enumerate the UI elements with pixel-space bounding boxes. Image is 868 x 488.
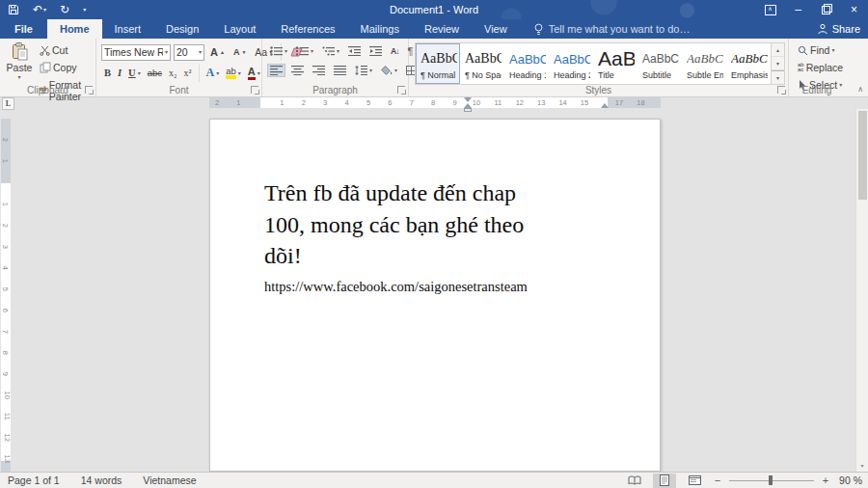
tab-insert[interactable]: Insert	[102, 19, 154, 39]
ruler-number: 10	[3, 392, 11, 399]
align-right-button[interactable]	[310, 64, 328, 77]
style-heading-2[interactable]: AaBbCcDHeading 2	[549, 43, 593, 84]
horizontal-ruler[interactable]: 211234567891011121314151718	[209, 97, 661, 108]
superscript-button[interactable]: x²	[181, 66, 195, 80]
multilevel-list-button[interactable]: ▾	[319, 44, 342, 58]
zoom-slider-thumb[interactable]	[769, 475, 773, 485]
tab-design[interactable]: Design	[153, 19, 211, 39]
justify-button[interactable]	[331, 64, 349, 77]
font-size-caret-icon: ▾	[199, 49, 202, 55]
minimize-button[interactable]: –	[784, 0, 812, 19]
undo-button[interactable]: ↶▾	[33, 4, 46, 15]
zoom-level[interactable]: 90 %	[837, 474, 862, 486]
style-normal[interactable]: AaBbCcDd¶ Normal	[416, 43, 460, 84]
style-title[interactable]: AaBTitle	[593, 43, 637, 84]
font-family-combo[interactable]: Times New Ro▾	[101, 44, 171, 61]
tab-selector[interactable]: L	[2, 97, 14, 110]
redo-button[interactable]: ↻	[60, 4, 69, 15]
style-subtitle[interactable]: AaBbCcDSubtitle	[637, 43, 682, 84]
shrink-font-button[interactable]: A▼	[231, 45, 249, 59]
share-button[interactable]: Share	[817, 19, 860, 39]
decrease-indent-button[interactable]	[345, 44, 364, 58]
tab-view[interactable]: View	[472, 19, 520, 39]
style-no-spacing[interactable]: AaBbCcDd¶ No Spac…	[460, 43, 504, 84]
italic-button[interactable]: I	[115, 66, 124, 80]
zoom-out-button[interactable]: −	[713, 474, 722, 486]
read-mode-icon	[628, 475, 641, 485]
tell-me-box[interactable]: Tell me what you want to do…	[533, 19, 691, 39]
style-preview: AaBbCcD	[687, 47, 723, 70]
grow-font-button[interactable]: A▲	[207, 44, 228, 60]
collapse-ribbon-button[interactable]: ∧	[857, 85, 863, 94]
ruler-number: 18	[637, 99, 644, 107]
tab-file[interactable]: File	[0, 19, 47, 39]
increase-indent-button[interactable]	[366, 44, 385, 58]
style-label: Subtle Em…	[687, 70, 723, 80]
styles-scroll-down-button[interactable]: ▾	[772, 57, 784, 70]
right-indent-marker[interactable]	[601, 103, 609, 108]
numbering-button[interactable]: ▾	[293, 44, 316, 58]
document-url-line: https://www.facebook.com/saigonesetranst…	[264, 279, 528, 295]
shading-button[interactable]: ▾	[378, 64, 400, 77]
tab-home[interactable]: Home	[47, 19, 102, 39]
font-color-button[interactable]: A▾	[245, 65, 263, 82]
close-button[interactable]: ×	[840, 0, 868, 19]
bullets-button[interactable]: ▾	[267, 44, 290, 58]
save-button[interactable]	[8, 4, 19, 15]
tab-layout[interactable]: Layout	[211, 19, 268, 39]
vertical-ruler[interactable]: 2112345678910111213	[1, 119, 11, 472]
ruler-number: 13	[3, 455, 11, 463]
vertical-scrollbar[interactable]: ▴ ▾	[855, 109, 868, 472]
paragraph-row-1: ▾ ▾ ▾ A↓ ¶	[267, 43, 416, 59]
underline-button[interactable]: U▾	[125, 66, 144, 80]
left-indent-box-marker[interactable]	[464, 108, 472, 112]
find-button[interactable]: Find ▾	[795, 42, 846, 58]
language-indicator[interactable]: Vietnamese	[143, 474, 196, 486]
subscript-button[interactable]: x₂	[166, 66, 180, 80]
style-heading-1[interactable]: AaBbCcHeading 1	[504, 43, 549, 84]
ribbon-display-options-button[interactable]: ∧	[756, 0, 784, 19]
web-layout-button[interactable]	[683, 474, 706, 488]
divider	[199, 65, 200, 82]
font-dialog-launcher[interactable]	[251, 86, 258, 94]
bold-button[interactable]: B	[101, 66, 114, 80]
styles-scroll-up-button[interactable]: ▴	[772, 43, 784, 57]
zoom-slider[interactable]	[729, 474, 814, 486]
tab-references[interactable]: References	[268, 19, 347, 39]
word-count[interactable]: 14 words	[81, 474, 122, 486]
font-size-value: 20	[176, 46, 197, 58]
ruler-number: 12	[3, 434, 11, 442]
clipboard-dialog-launcher[interactable]	[85, 86, 93, 94]
tab-review[interactable]: Review	[412, 19, 472, 39]
sort-button[interactable]: A↓	[388, 44, 401, 58]
align-center-button[interactable]	[288, 64, 307, 77]
zoom-in-button[interactable]: +	[821, 474, 830, 486]
replace-button[interactable]: abac Replace	[795, 60, 846, 75]
text-effects-button[interactable]: A▾	[203, 64, 223, 82]
font-size-combo[interactable]: 20▾	[174, 44, 204, 61]
style-preview: AaBbCcD	[731, 47, 768, 70]
copy-button[interactable]: Copy	[37, 60, 95, 75]
tab-mailings[interactable]: Mailings	[348, 19, 412, 39]
restore-button[interactable]	[812, 0, 840, 19]
cut-button[interactable]: Cut	[37, 42, 95, 58]
read-mode-button[interactable]	[623, 474, 646, 488]
first-line-indent-marker[interactable]	[464, 97, 472, 102]
line-spacing-button[interactable]: ▾	[352, 64, 375, 77]
print-layout-button[interactable]	[653, 474, 676, 488]
styles-dialog-launcher[interactable]	[777, 86, 785, 94]
text-highlight-button[interactable]: ab▾	[223, 65, 244, 82]
scrollbar-down-button[interactable]: ▾	[856, 459, 868, 472]
style-emphasis[interactable]: AaBbCcDEmphasis	[726, 43, 771, 84]
style-subtle-emphasis[interactable]: AaBbCcDSubtle Em…	[682, 43, 726, 84]
document-page[interactable]: Trên fb đã update đến chap100, mong các …	[209, 119, 661, 472]
styles-more-button[interactable]: ▾	[772, 70, 784, 84]
customize-qat-button[interactable]: ▾	[83, 7, 86, 13]
align-left-button[interactable]	[267, 64, 285, 77]
paragraph-dialog-launcher[interactable]	[397, 86, 405, 94]
style-preview: AaBbCcDd	[420, 47, 457, 70]
scrollbar-thumb[interactable]	[858, 111, 867, 200]
strikethrough-button[interactable]: abc	[145, 66, 165, 80]
styles-gallery-scroll: ▴ ▾ ▾	[772, 42, 785, 85]
page-indicator[interactable]: Page 1 of 1	[8, 474, 60, 486]
